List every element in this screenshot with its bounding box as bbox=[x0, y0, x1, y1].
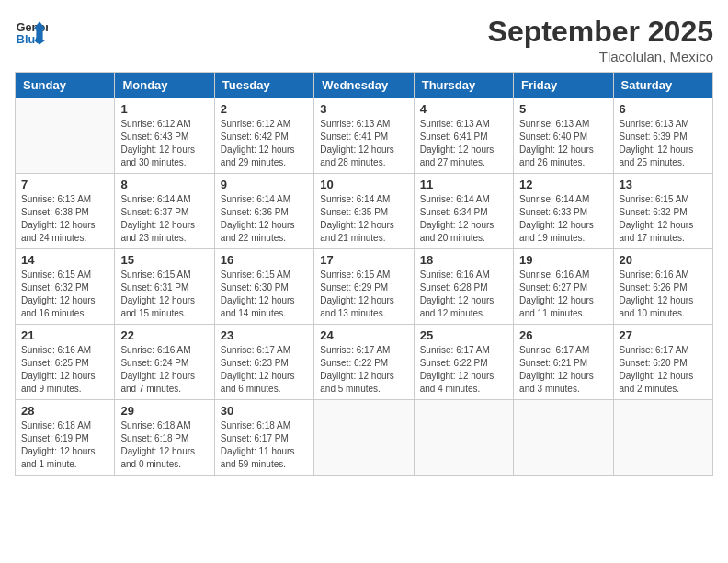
calendar-cell bbox=[16, 98, 115, 174]
day-info: Sunrise: 6:17 AM Sunset: 6:21 PM Dayligh… bbox=[519, 344, 607, 396]
weekday-header-cell: Saturday bbox=[613, 73, 712, 98]
calendar-cell: 30Sunrise: 6:18 AM Sunset: 6:17 PM Dayli… bbox=[214, 400, 313, 476]
day-info: Sunrise: 6:16 AM Sunset: 6:26 PM Dayligh… bbox=[620, 269, 707, 320]
day-info: Sunrise: 6:12 AM Sunset: 6:42 PM Dayligh… bbox=[221, 118, 308, 169]
calendar-cell: 1Sunrise: 6:12 AM Sunset: 6:43 PM Daylig… bbox=[115, 98, 214, 174]
day-number: 17 bbox=[320, 253, 407, 267]
weekday-header-cell: Friday bbox=[514, 73, 613, 98]
calendar-cell: 4Sunrise: 6:13 AM Sunset: 6:41 PM Daylig… bbox=[414, 98, 513, 174]
day-info: Sunrise: 6:17 AM Sunset: 6:22 PM Dayligh… bbox=[320, 344, 407, 396]
calendar-cell: 28Sunrise: 6:18 AM Sunset: 6:19 PM Dayli… bbox=[16, 400, 115, 476]
day-info: Sunrise: 6:15 AM Sunset: 6:30 PM Dayligh… bbox=[221, 269, 308, 320]
day-info: Sunrise: 6:13 AM Sunset: 6:38 PM Dayligh… bbox=[21, 193, 108, 245]
day-number: 3 bbox=[320, 102, 407, 116]
day-number: 9 bbox=[221, 178, 308, 191]
day-info: Sunrise: 6:12 AM Sunset: 6:43 PM Dayligh… bbox=[120, 118, 208, 169]
weekday-header-cell: Monday bbox=[115, 73, 214, 98]
calendar-cell: 23Sunrise: 6:17 AM Sunset: 6:23 PM Dayli… bbox=[214, 325, 313, 400]
day-number: 5 bbox=[519, 102, 607, 116]
calendar-cell: 9Sunrise: 6:14 AM Sunset: 6:36 PM Daylig… bbox=[214, 174, 313, 249]
day-number: 22 bbox=[120, 328, 208, 342]
day-number: 2 bbox=[221, 102, 308, 116]
day-info: Sunrise: 6:18 AM Sunset: 6:19 PM Dayligh… bbox=[21, 419, 108, 471]
day-number: 27 bbox=[620, 328, 707, 342]
logo-icon: General Blue bbox=[15, 15, 48, 48]
calendar-cell: 19Sunrise: 6:16 AM Sunset: 6:27 PM Dayli… bbox=[514, 249, 613, 325]
day-info: Sunrise: 6:13 AM Sunset: 6:41 PM Dayligh… bbox=[420, 118, 507, 169]
calendar-cell: 5Sunrise: 6:13 AM Sunset: 6:40 PM Daylig… bbox=[514, 98, 613, 174]
day-info: Sunrise: 6:18 AM Sunset: 6:18 PM Dayligh… bbox=[120, 419, 208, 471]
day-number: 25 bbox=[420, 328, 507, 342]
day-number: 19 bbox=[519, 253, 607, 267]
calendar-cell: 20Sunrise: 6:16 AM Sunset: 6:26 PM Dayli… bbox=[613, 249, 712, 325]
calendar-cell: 16Sunrise: 6:15 AM Sunset: 6:30 PM Dayli… bbox=[214, 249, 313, 325]
day-info: Sunrise: 6:16 AM Sunset: 6:25 PM Dayligh… bbox=[21, 344, 108, 396]
day-number: 16 bbox=[221, 253, 308, 267]
calendar-week-row: 21Sunrise: 6:16 AM Sunset: 6:25 PM Dayli… bbox=[16, 325, 713, 400]
day-number: 30 bbox=[221, 404, 308, 418]
day-number: 1 bbox=[120, 102, 208, 116]
day-info: Sunrise: 6:14 AM Sunset: 6:33 PM Dayligh… bbox=[519, 193, 607, 245]
weekday-header-cell: Sunday bbox=[16, 73, 115, 98]
title-block: September 2025 Tlacolulan, Mexico bbox=[488, 15, 713, 64]
day-info: Sunrise: 6:17 AM Sunset: 6:23 PM Dayligh… bbox=[221, 344, 308, 396]
day-info: Sunrise: 6:13 AM Sunset: 6:39 PM Dayligh… bbox=[620, 118, 707, 169]
calendar-cell: 24Sunrise: 6:17 AM Sunset: 6:22 PM Dayli… bbox=[314, 325, 414, 400]
day-number: 14 bbox=[21, 253, 108, 267]
calendar-cell: 25Sunrise: 6:17 AM Sunset: 6:22 PM Dayli… bbox=[414, 325, 513, 400]
calendar-cell: 15Sunrise: 6:15 AM Sunset: 6:31 PM Dayli… bbox=[115, 249, 214, 325]
weekday-header-cell: Wednesday bbox=[314, 73, 414, 98]
day-number: 7 bbox=[21, 178, 108, 191]
day-number: 10 bbox=[320, 178, 407, 191]
day-info: Sunrise: 6:15 AM Sunset: 6:32 PM Dayligh… bbox=[21, 269, 108, 320]
day-number: 26 bbox=[519, 328, 607, 342]
day-number: 21 bbox=[21, 328, 108, 342]
weekday-header-cell: Tuesday bbox=[214, 73, 313, 98]
day-info: Sunrise: 6:14 AM Sunset: 6:36 PM Dayligh… bbox=[221, 193, 308, 245]
day-info: Sunrise: 6:15 AM Sunset: 6:32 PM Dayligh… bbox=[620, 193, 707, 245]
day-number: 23 bbox=[221, 328, 308, 342]
day-number: 4 bbox=[420, 102, 507, 116]
day-number: 13 bbox=[620, 178, 707, 191]
logo: General Blue bbox=[15, 15, 51, 48]
day-info: Sunrise: 6:18 AM Sunset: 6:17 PM Dayligh… bbox=[221, 419, 308, 471]
calendar-cell bbox=[613, 400, 712, 476]
day-info: Sunrise: 6:13 AM Sunset: 6:40 PM Dayligh… bbox=[519, 118, 607, 169]
calendar-cell bbox=[414, 400, 513, 476]
calendar-cell: 29Sunrise: 6:18 AM Sunset: 6:18 PM Dayli… bbox=[115, 400, 214, 476]
weekday-header-cell: Thursday bbox=[414, 73, 513, 98]
calendar-cell: 3Sunrise: 6:13 AM Sunset: 6:41 PM Daylig… bbox=[314, 98, 414, 174]
day-info: Sunrise: 6:14 AM Sunset: 6:34 PM Dayligh… bbox=[420, 193, 507, 245]
day-number: 12 bbox=[519, 178, 607, 191]
day-info: Sunrise: 6:17 AM Sunset: 6:20 PM Dayligh… bbox=[620, 344, 707, 396]
calendar-cell: 18Sunrise: 6:16 AM Sunset: 6:28 PM Dayli… bbox=[414, 249, 513, 325]
day-info: Sunrise: 6:15 AM Sunset: 6:31 PM Dayligh… bbox=[120, 269, 208, 320]
calendar-cell: 14Sunrise: 6:15 AM Sunset: 6:32 PM Dayli… bbox=[16, 249, 115, 325]
calendar-cell bbox=[314, 400, 414, 476]
day-info: Sunrise: 6:14 AM Sunset: 6:37 PM Dayligh… bbox=[120, 193, 208, 245]
calendar-cell: 10Sunrise: 6:14 AM Sunset: 6:35 PM Dayli… bbox=[314, 174, 414, 249]
calendar-cell bbox=[514, 400, 613, 476]
calendar-week-row: 7Sunrise: 6:13 AM Sunset: 6:38 PM Daylig… bbox=[16, 174, 713, 249]
calendar-cell: 13Sunrise: 6:15 AM Sunset: 6:32 PM Dayli… bbox=[613, 174, 712, 249]
day-info: Sunrise: 6:17 AM Sunset: 6:22 PM Dayligh… bbox=[420, 344, 507, 396]
calendar-cell: 17Sunrise: 6:15 AM Sunset: 6:29 PM Dayli… bbox=[314, 249, 414, 325]
calendar-cell: 21Sunrise: 6:16 AM Sunset: 6:25 PM Dayli… bbox=[16, 325, 115, 400]
day-info: Sunrise: 6:13 AM Sunset: 6:41 PM Dayligh… bbox=[320, 118, 407, 169]
calendar-cell: 26Sunrise: 6:17 AM Sunset: 6:21 PM Dayli… bbox=[514, 325, 613, 400]
day-number: 15 bbox=[120, 253, 208, 267]
location-title: Tlacolulan, Mexico bbox=[488, 49, 713, 64]
calendar-week-row: 1Sunrise: 6:12 AM Sunset: 6:43 PM Daylig… bbox=[16, 98, 713, 174]
calendar-cell: 6Sunrise: 6:13 AM Sunset: 6:39 PM Daylig… bbox=[613, 98, 712, 174]
day-number: 20 bbox=[620, 253, 707, 267]
day-info: Sunrise: 6:16 AM Sunset: 6:28 PM Dayligh… bbox=[420, 269, 507, 320]
day-info: Sunrise: 6:16 AM Sunset: 6:24 PM Dayligh… bbox=[120, 344, 208, 396]
calendar-cell: 12Sunrise: 6:14 AM Sunset: 6:33 PM Dayli… bbox=[514, 174, 613, 249]
day-number: 8 bbox=[120, 178, 208, 191]
calendar-cell: 2Sunrise: 6:12 AM Sunset: 6:42 PM Daylig… bbox=[214, 98, 313, 174]
day-number: 6 bbox=[620, 102, 707, 116]
calendar-body: 1Sunrise: 6:12 AM Sunset: 6:43 PM Daylig… bbox=[16, 98, 713, 476]
day-info: Sunrise: 6:16 AM Sunset: 6:27 PM Dayligh… bbox=[519, 269, 607, 320]
day-number: 11 bbox=[420, 178, 507, 191]
calendar-table: SundayMondayTuesdayWednesdayThursdayFrid… bbox=[15, 72, 713, 476]
